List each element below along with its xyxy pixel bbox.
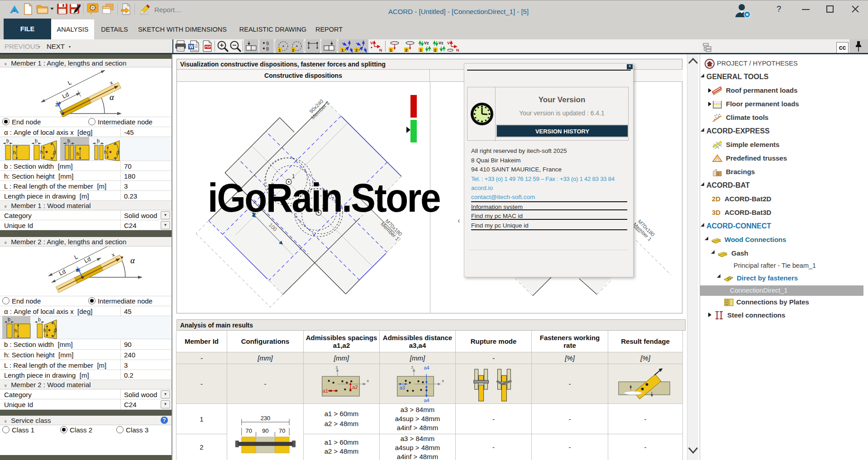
svg-text:1: 1	[420, 47, 422, 52]
svg-text:b: b	[38, 317, 41, 322]
svg-text:h: h	[104, 149, 107, 155]
svg-text:‹: ‹	[458, 216, 460, 225]
svg-text:α: α	[110, 92, 114, 102]
svg-text:a2: a2	[352, 384, 358, 389]
svg-text:z: z	[55, 101, 58, 108]
svg-text:Vz: Vz	[424, 41, 429, 45]
svg-text:h: h	[13, 150, 16, 155]
svg-text:h: h	[40, 149, 43, 155]
svg-text:a4: a4	[424, 365, 429, 370]
svg-text:V: V	[447, 41, 450, 45]
svg-text:z: z	[336, 365, 338, 370]
svg-text:x: x	[442, 378, 444, 383]
svg-text:2: 2	[355, 47, 358, 52]
svg-text:b: b	[8, 317, 10, 322]
svg-text:z: z	[411, 365, 414, 370]
svg-text:V: V	[370, 41, 373, 45]
svg-text:2: 2	[405, 47, 407, 52]
svg-text:x: x	[110, 251, 116, 258]
svg-text:h: h	[76, 151, 79, 156]
svg-text:h: h	[43, 327, 46, 333]
svg-text:b: b	[35, 138, 38, 143]
svg-text:L: L	[73, 253, 79, 261]
svg-text:230: 230	[261, 415, 271, 422]
svg-text:a3: a3	[400, 384, 405, 390]
svg-text:α: α	[130, 256, 135, 265]
svg-text:b: b	[67, 138, 70, 143]
svg-text:90: 90	[262, 427, 268, 434]
svg-text:1: 1	[390, 47, 392, 52]
svg-text:β: β	[116, 150, 119, 155]
svg-text:z: z	[76, 267, 79, 273]
svg-text:70: 70	[246, 427, 252, 434]
svg-text:9: 9	[266, 41, 269, 46]
svg-text:x: x	[367, 378, 369, 383]
svg-text:h: h	[14, 328, 17, 333]
svg-text:W: W	[189, 44, 194, 49]
svg-text:8: 8	[266, 46, 269, 52]
svg-text:N: N	[456, 48, 459, 52]
svg-text:b: b	[97, 138, 100, 143]
svg-text:70: 70	[279, 427, 285, 434]
svg-text:a1: a1	[323, 388, 328, 393]
svg-text:PDF: PDF	[205, 45, 211, 48]
svg-text:2: 2	[292, 47, 294, 52]
svg-text:1: 1	[278, 47, 281, 52]
svg-text:a4: a4	[424, 397, 429, 403]
svg-text:Vz: Vz	[439, 41, 444, 45]
svg-text:1: 1	[341, 47, 344, 52]
svg-text:β: β	[53, 327, 57, 333]
svg-text:b: b	[6, 138, 9, 143]
svg-text:L: L	[67, 79, 72, 86]
svg-text:x: x	[109, 79, 114, 86]
svg-text:2: 2	[434, 47, 436, 52]
svg-text:β: β	[52, 150, 56, 155]
svg-text:N: N	[379, 48, 382, 52]
